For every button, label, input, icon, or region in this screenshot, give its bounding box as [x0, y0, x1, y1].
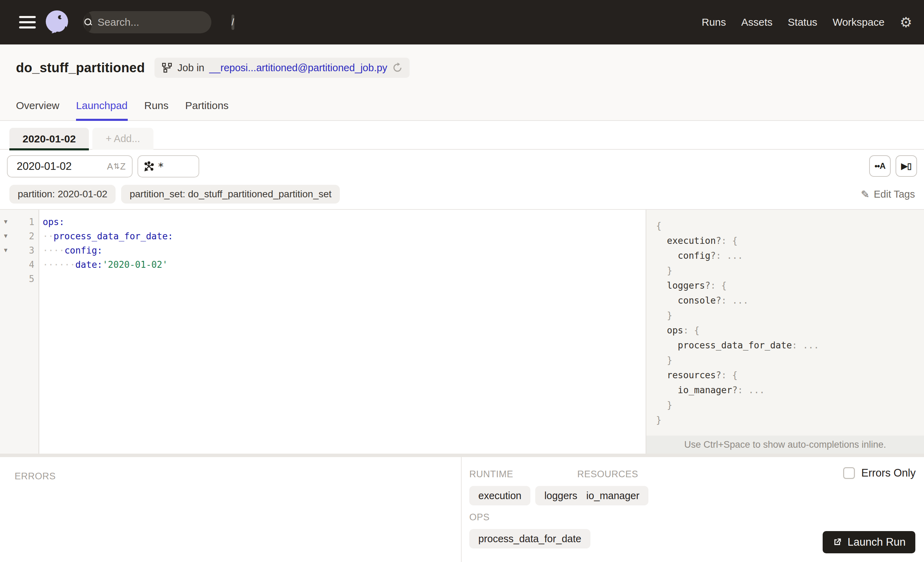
yaml-string: '2020-01-02': [102, 260, 168, 270]
schema-punct: }: [656, 415, 662, 425]
yaml-key: process_data_for_date:: [54, 231, 173, 241]
schema-punct: }: [667, 355, 672, 365]
schema-lines: {execution?: {config?: ...}loggers?: {co…: [656, 218, 924, 427]
search-icon: [84, 12, 92, 32]
whitespace-dots: ······: [43, 260, 75, 270]
split-divider[interactable]: [0, 454, 924, 457]
errors-only-label: Errors Only: [861, 467, 916, 479]
fold-arrow-icon[interactable]: ▼: [0, 247, 13, 254]
search-input[interactable]: [92, 17, 231, 28]
partition-tab[interactable]: 2020-01-02: [9, 128, 89, 150]
ops-chip[interactable]: process_data_for_date: [469, 529, 590, 548]
errors-label: ERRORS: [15, 471, 56, 481]
runtime-block: RUNTIME executionloggers: [469, 469, 586, 505]
whitespace-dots: ····: [43, 245, 64, 255]
launch-run-label: Launch Run: [848, 536, 906, 548]
schema-line: loggers?: {: [656, 278, 924, 293]
schema-optional-mark: ?: [732, 385, 738, 395]
gutter-row: ▼2: [0, 229, 39, 243]
config-summary-section: RUNTIME executionloggers RESOURCES io_ma…: [462, 457, 924, 562]
schema-key: process_data_for_date: [678, 340, 792, 350]
schema-line: }: [656, 412, 924, 427]
yaml-key: config:: [64, 245, 103, 255]
tab-overview[interactable]: Overview: [16, 91, 59, 120]
launch-icon: [832, 537, 842, 547]
schema-punct: }: [667, 310, 672, 321]
nav-links-group: RunsAssetsStatusWorkspace: [702, 17, 884, 28]
runtime-label: RUNTIME: [469, 469, 586, 480]
config-editor: ▼1▼2▼345 ops:··process_data_for_date:···…: [0, 209, 924, 454]
schema-punct: : ...: [738, 385, 765, 395]
op-selector-field[interactable]: [138, 155, 199, 177]
schema-punct: : {: [711, 280, 727, 291]
repository-link[interactable]: __reposi...artitioned@partitioned_job.py: [209, 62, 387, 74]
editor-code-area[interactable]: ops:··process_data_for_date:····config:·…: [39, 210, 646, 454]
schema-line: console?: ...: [656, 293, 924, 308]
schema-key: config: [678, 251, 711, 261]
runtime-chip[interactable]: execution: [469, 486, 530, 505]
schema-punct: : ...: [716, 251, 743, 261]
dagster-logo-icon[interactable]: [44, 9, 70, 36]
editor-gutter: ▼1▼2▼345: [0, 210, 39, 454]
yaml-key: date:: [75, 260, 102, 270]
resources-block: RESOURCES io_manager: [577, 469, 648, 505]
ops-block: OPS process_data_for_date: [469, 512, 590, 548]
search-shortcut-badge: /: [231, 15, 234, 30]
gutter-row: ▼3: [0, 243, 39, 257]
pencil-icon: ✎: [861, 188, 870, 200]
tags-group: partition: 2020-01-02partition_set: do_s…: [9, 185, 340, 204]
resources-chip[interactable]: io_manager: [577, 486, 648, 505]
nav-link-workspace[interactable]: Workspace: [833, 17, 885, 28]
reload-icon[interactable]: [392, 63, 403, 73]
tag-chip: partition: 2020-01-02: [9, 185, 116, 204]
schema-line: io_manager?: ...: [656, 382, 924, 397]
tab-launchpad[interactable]: Launchpad: [76, 91, 128, 120]
job-graph-icon: [161, 62, 172, 73]
config-tabs-row: 2020-01-02+ Add...: [0, 128, 924, 150]
schema-punct: }: [667, 265, 672, 276]
code-line: ······date: '2020-01-02': [43, 257, 646, 272]
ops-chips: process_data_for_date: [469, 529, 590, 548]
launch-run-button[interactable]: Launch Run: [823, 531, 915, 553]
line-number: 2: [13, 231, 39, 241]
edit-tags-label: Edit Tags: [874, 189, 915, 200]
schema-optional-mark: ?: [716, 295, 721, 306]
ops-label: OPS: [469, 512, 590, 523]
nav-link-assets[interactable]: Assets: [741, 17, 772, 28]
schema-punct: : ...: [792, 340, 819, 350]
tab-runs[interactable]: Runs: [144, 91, 169, 120]
schema-punct: : ...: [721, 295, 748, 306]
whitespace-dots: ··: [43, 231, 54, 241]
schema-punct: : {: [721, 370, 738, 380]
schema-line: }: [656, 308, 924, 323]
config-schema-panel: {execution?: {config?: ...}loggers?: {co…: [646, 210, 924, 454]
page-title: do_stuff_partitioned: [16, 60, 145, 75]
errors-only-toggle[interactable]: Errors Only: [843, 467, 916, 479]
schema-optional-mark: ?: [711, 251, 716, 261]
schema-key: ops: [667, 325, 683, 335]
schema-line: resources?: {: [656, 368, 924, 382]
job-badge-prefix: Job in: [177, 62, 204, 74]
partition-select-input[interactable]: [16, 160, 107, 173]
hamburger-menu-icon[interactable]: [19, 16, 36, 29]
tag-chip: partition_set: do_stuff_partitioned_part…: [121, 185, 340, 204]
global-search: /: [83, 11, 212, 33]
whitespace-toggle-button[interactable]: ••A: [869, 155, 891, 177]
top-nav: / RunsAssetsStatusWorkspace ⚙: [0, 0, 924, 45]
partition-select[interactable]: A⇅Z: [7, 155, 133, 177]
scaffold-config-button[interactable]: ▶▯: [896, 155, 917, 177]
fold-arrow-icon[interactable]: ▼: [0, 218, 13, 225]
sort-az-icon: A⇅Z: [107, 161, 126, 172]
edit-tags-button[interactable]: ✎ Edit Tags: [861, 188, 915, 200]
schema-key: resources: [667, 370, 716, 380]
schema-line: config?: ...: [656, 248, 924, 263]
code-line: ··process_data_for_date:: [43, 229, 646, 243]
tab-partitions[interactable]: Partitions: [185, 91, 229, 120]
nav-link-runs[interactable]: Runs: [702, 17, 726, 28]
gear-icon[interactable]: ⚙: [900, 15, 912, 29]
errors-only-checkbox[interactable]: [843, 467, 855, 479]
op-selector-input[interactable]: [158, 160, 178, 173]
add-partition-tab[interactable]: + Add...: [92, 128, 153, 150]
fold-arrow-icon[interactable]: ▼: [0, 233, 13, 240]
nav-link-status[interactable]: Status: [788, 17, 818, 28]
